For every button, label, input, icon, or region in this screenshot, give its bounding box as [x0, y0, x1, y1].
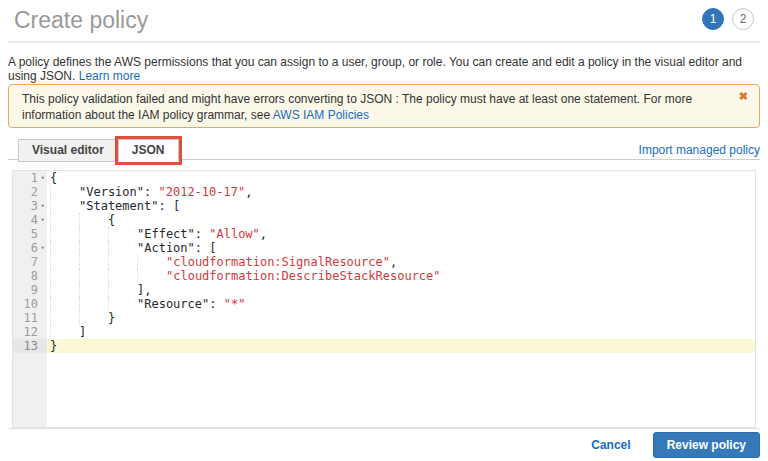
code-string-token: "2012-10-17" [158, 185, 245, 199]
code-line[interactable]: "cloudformation:SignalResource", [47, 255, 755, 269]
code-token: "Version": [79, 185, 158, 199]
fold-arrow-icon[interactable]: ▾ [38, 241, 47, 255]
code-token: "Resource": [137, 297, 224, 311]
fold-spacer [38, 283, 47, 297]
gutter-line-number[interactable]: 1▾ [13, 171, 47, 185]
code-line[interactable]: "Effect": "Allow", [47, 227, 755, 241]
footer-bar: Cancel Review policy [8, 428, 760, 461]
code-string-token: "cloudformation:SignalResource" [166, 255, 390, 269]
cancel-button[interactable]: Cancel [591, 438, 630, 452]
indent-guide [50, 241, 79, 255]
gutter-line-number: 11 [13, 311, 47, 325]
gutter-line-number: 5 [13, 227, 47, 241]
code-token: , [260, 227, 267, 241]
fold-arrow-icon[interactable]: ▾ [38, 171, 47, 185]
fold-arrow-icon[interactable]: ▾ [38, 199, 47, 213]
code-token: "Statement": [ [79, 199, 180, 213]
code-line[interactable]: "Statement": [ [47, 199, 755, 213]
gutter-line-number: 9 [13, 283, 47, 297]
close-icon[interactable]: ✖ [739, 90, 748, 102]
indent-guide [50, 227, 79, 241]
code-token: { [108, 213, 115, 227]
editor-gutter: 1▾23▾4▾56▾78910111213 [13, 171, 47, 427]
indent-guide [79, 241, 108, 255]
review-policy-button[interactable]: Review policy [653, 432, 760, 458]
indent-guide [108, 241, 137, 255]
fold-spacer [38, 227, 47, 241]
indent-guide [137, 255, 166, 269]
indent-guide [79, 213, 108, 227]
indent-guide [108, 283, 137, 297]
gutter-line-number: 8 [13, 269, 47, 283]
code-token: "Effect": [137, 227, 209, 241]
iam-policies-link[interactable]: AWS IAM Policies [273, 108, 369, 122]
gutter-line-number[interactable]: 3▾ [13, 199, 47, 213]
fold-spacer [38, 311, 47, 325]
code-token: , [390, 255, 397, 269]
code-token: , [245, 185, 252, 199]
page-title: Create policy [14, 7, 148, 34]
fold-arrow-icon[interactable]: ▾ [38, 213, 47, 227]
gutter-line-number: 2 [13, 185, 47, 199]
code-string-token: "Allow" [209, 227, 260, 241]
code-token: "Action": [ [137, 241, 216, 255]
indent-guide [79, 255, 108, 269]
indent-guide [50, 269, 79, 283]
tab-visual-editor[interactable]: Visual editor [18, 139, 118, 162]
code-line[interactable]: ] [47, 325, 755, 339]
indent-guide [108, 255, 137, 269]
gutter-line-number[interactable]: 6▾ [13, 241, 47, 255]
fold-spacer [38, 185, 47, 199]
indent-guide [108, 227, 137, 241]
editor-tabs: Visual editor JSON [18, 139, 179, 162]
code-line[interactable]: { [47, 171, 755, 185]
create-policy-page: Create policy 1 2 A policy defines the A… [0, 0, 768, 461]
indent-guide [79, 227, 108, 241]
indent-guide [50, 325, 79, 339]
code-token: } [50, 339, 57, 353]
gutter-line-number: 10 [13, 297, 47, 311]
indent-guide [50, 255, 79, 269]
indent-guide [50, 185, 79, 199]
json-code-editor[interactable]: 1▾23▾4▾56▾78910111213 {"Version": "2012-… [12, 170, 756, 428]
indent-guide [50, 283, 79, 297]
code-line[interactable]: } [47, 311, 755, 325]
indent-guide [79, 297, 108, 311]
import-managed-policy-link[interactable]: Import managed policy [639, 143, 760, 157]
gutter-line-number[interactable]: 4▾ [13, 213, 47, 227]
gutter-line-number: 7 [13, 255, 47, 269]
code-string-token: "cloudformation:DescribeStackResource" [166, 269, 441, 283]
step-2-circle: 2 [732, 8, 754, 30]
code-line[interactable]: "Action": [ [47, 241, 755, 255]
fold-spacer [38, 269, 47, 283]
code-string-token: "*" [224, 297, 246, 311]
indent-guide [50, 199, 79, 213]
gutter-line-number: 13 [13, 339, 47, 353]
intro-text: A policy defines the AWS permissions tha… [8, 55, 760, 83]
fold-spacer [38, 325, 47, 339]
code-line[interactable]: "Version": "2012-10-17", [47, 185, 755, 199]
indent-guide [79, 283, 108, 297]
code-line[interactable]: ], [47, 283, 755, 297]
fold-spacer [38, 255, 47, 269]
indent-guide [50, 297, 79, 311]
step-indicator: 1 2 [702, 8, 754, 30]
code-line[interactable]: } [47, 339, 755, 353]
code-token: ] [79, 325, 86, 339]
indent-guide [50, 213, 79, 227]
editor-code[interactable]: {"Version": "2012-10-17","Statement": [{… [47, 171, 755, 427]
code-line[interactable]: "cloudformation:DescribeStackResource" [47, 269, 755, 283]
indent-guide [137, 269, 166, 283]
learn-more-link[interactable]: Learn more [79, 69, 140, 83]
code-line[interactable]: { [47, 213, 755, 227]
tab-json[interactable]: JSON [118, 139, 179, 162]
indent-guide [108, 297, 137, 311]
indent-guide [79, 269, 108, 283]
indent-guide [50, 311, 79, 325]
code-token: } [108, 311, 115, 325]
gutter-line-number: 12 [13, 325, 47, 339]
indent-guide [79, 311, 108, 325]
fold-spacer [38, 297, 47, 311]
code-line[interactable]: "Resource": "*" [47, 297, 755, 311]
title-divider [8, 41, 760, 43]
